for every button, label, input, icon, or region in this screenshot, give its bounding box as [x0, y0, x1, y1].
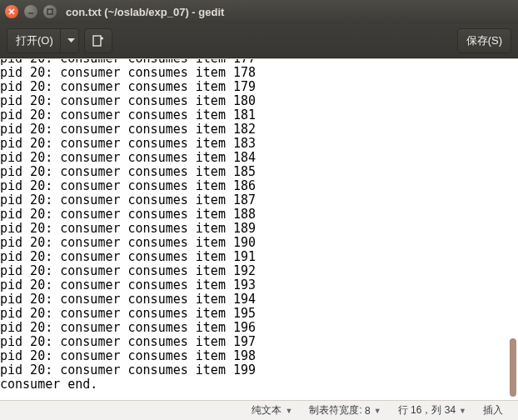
syntax-mode-label: 纯文本 [252, 403, 281, 418]
tab-width-value: 8 [365, 405, 371, 417]
editor-content[interactable]: pid 20: consumer consumes item 177pid 20… [0, 58, 518, 392]
editor-line: pid 20: consumer consumes item 198 [0, 349, 518, 363]
open-button[interactable]: 打开(O) [7, 28, 79, 53]
insert-mode: 插入 [483, 403, 503, 418]
editor-line: pid 20: consumer consumes item 178 [0, 66, 518, 80]
chevron-down-icon: ▼ [285, 407, 292, 415]
chevron-down-icon: ▼ [374, 407, 381, 415]
toolbar: 打开(O) 保存(S) [0, 23, 518, 58]
new-tab-button[interactable] [84, 28, 112, 53]
svg-rect-1 [93, 36, 101, 46]
editor-line: pid 20: consumer consumes item 180 [0, 94, 518, 108]
chevron-down-icon: ▼ [459, 407, 466, 415]
editor-line: pid 20: consumer consumes item 190 [0, 236, 518, 250]
editor-line: pid 20: consumer consumes item 188 [0, 208, 518, 222]
editor-line: pid 20: consumer consumes item 194 [0, 292, 518, 307]
tab-width-selector[interactable]: 制表符宽度: 8 ▼ [309, 403, 381, 418]
save-button[interactable]: 保存(S) [457, 28, 511, 53]
cursor-position: 行 16，列 34 ▼ [398, 403, 466, 418]
close-icon[interactable] [5, 5, 18, 18]
save-label: 保存(S) [466, 33, 502, 48]
open-label: 打开(O) [16, 33, 53, 48]
vertical-scrollbar[interactable] [508, 59, 518, 400]
editor-line: pid 20: consumer consumes item 192 [0, 264, 518, 278]
editor-line: pid 20: consumer consumes item 191 [0, 250, 518, 264]
titlebar: con.txt (~/oslab/exp_07) - gedit [0, 0, 518, 23]
editor-line: pid 20: consumer consumes item 179 [0, 80, 518, 94]
editor-area[interactable]: pid 20: consumer consumes item 177pid 20… [0, 58, 518, 400]
svg-rect-0 [47, 9, 52, 14]
scrollbar-thumb[interactable] [510, 338, 516, 397]
new-document-icon [92, 34, 105, 48]
editor-line: pid 20: consumer consumes item 187 [0, 193, 518, 208]
window-title: con.txt (~/oslab/exp_07) - gedit [66, 6, 224, 18]
minimize-icon[interactable] [24, 5, 37, 18]
maximize-icon[interactable] [43, 5, 57, 18]
editor-line: pid 20: consumer consumes item 195 [0, 307, 518, 321]
editor-line: pid 20: consumer consumes item 183 [0, 137, 518, 151]
editor-line: pid 20: consumer consumes item 189 [0, 222, 518, 236]
statusbar: 纯文本 ▼ 制表符宽度: 8 ▼ 行 16，列 34 ▼ 插入 [0, 400, 518, 420]
chevron-down-icon[interactable] [60, 29, 75, 52]
tab-width-label: 制表符宽度: [309, 403, 361, 418]
editor-line: pid 20: consumer consumes item 182 [0, 122, 518, 137]
syntax-mode-selector[interactable]: 纯文本 ▼ [252, 403, 292, 418]
editor-line: pid 20: consumer consumes item 181 [0, 108, 518, 122]
editor-line: pid 20: consumer consumes item 186 [0, 179, 518, 193]
editor-line: pid 20: consumer consumes item 197 [0, 335, 518, 349]
editor-line: pid 20: consumer consumes item 185 [0, 165, 518, 179]
editor-line: pid 20: consumer consumes item 199 [0, 363, 518, 378]
editor-line: pid 20: consumer consumes item 193 [0, 278, 518, 292]
editor-line: pid 20: consumer consumes item 196 [0, 321, 518, 335]
editor-line: pid 20: consumer consumes item 184 [0, 151, 518, 165]
editor-line: consumer end. [0, 378, 518, 392]
